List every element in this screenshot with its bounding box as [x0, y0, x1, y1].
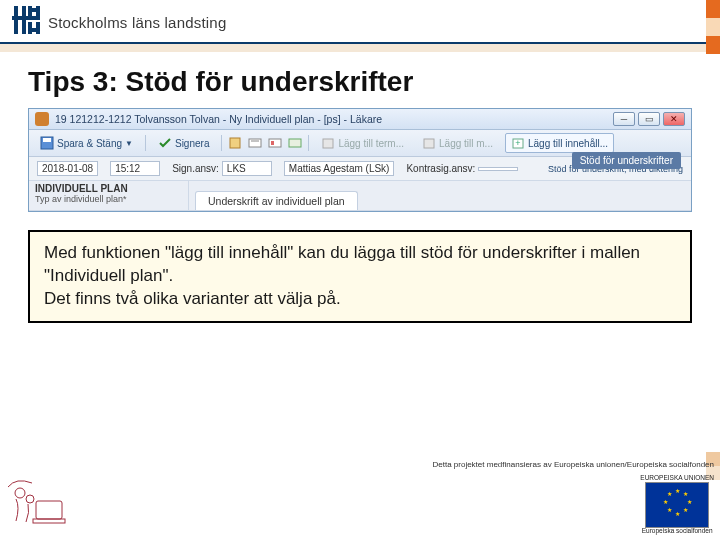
add-m-button[interactable]: Lägg till m...	[416, 133, 499, 153]
sketch-illustration	[6, 479, 76, 534]
app-window: 19 121212-1212 Tolvansson Tolvan - Ny In…	[28, 108, 692, 212]
svg-rect-2	[230, 138, 240, 148]
chevron-down-icon: ▼	[125, 139, 133, 148]
tooltip: Stöd för underskrifter	[572, 152, 681, 169]
instruction-callout: Med funktionen "lägg till innehåll" kan …	[28, 230, 692, 323]
add-term-label: Lägg till term...	[338, 138, 404, 149]
svg-rect-3	[249, 139, 261, 147]
svg-rect-7	[289, 139, 301, 147]
tab-area: Underskrift av individuell plan	[189, 181, 691, 210]
add-content-button[interactable]: + Lägg till innehåll...	[505, 133, 614, 153]
maximize-button[interactable]: ▭	[638, 112, 660, 126]
check-icon	[158, 136, 172, 150]
tool-icon-1[interactable]	[228, 136, 242, 150]
sign-resp-field[interactable]: LKS	[222, 161, 272, 176]
minimize-button[interactable]: ─	[613, 112, 635, 126]
save-close-label: Spara & Stäng	[57, 138, 122, 149]
tool-icon-3[interactable]	[268, 136, 282, 150]
funding-text: Detta projektet medfinansieras av Europe…	[432, 460, 714, 469]
plan-column: INDIVIDUELL PLAN Typ av individuell plan…	[29, 181, 189, 210]
add-m-icon	[422, 136, 436, 150]
slide-title: Tips 3: Stöd för underskrifter	[0, 52, 720, 108]
app-icon	[35, 112, 49, 126]
org-name: Stockholms läns landsting	[48, 14, 226, 31]
counter-label: Kontrasig.ansv:	[406, 163, 475, 174]
decoration-squares-top	[706, 0, 720, 54]
add-term-button[interactable]: Lägg till term...	[315, 133, 410, 153]
save-icon	[40, 136, 54, 150]
svg-point-14	[15, 488, 25, 498]
add-content-label: Lägg till innehåll...	[528, 138, 608, 149]
add-m-label: Lägg till m...	[439, 138, 493, 149]
eu-flag-icon: ★ ★ ★ ★ ★ ★ ★ ★	[645, 482, 709, 528]
name-field[interactable]: Mattias Agestam (LSk)	[284, 161, 395, 176]
callout-line-1: Med funktionen "lägg till innehåll" kan …	[44, 242, 676, 288]
svg-rect-13	[33, 519, 65, 523]
svg-rect-1	[43, 138, 51, 142]
sign-resp-label: Sign.ansv:	[172, 163, 219, 174]
svg-rect-12	[36, 501, 62, 519]
sign-label: Signera	[175, 138, 209, 149]
counter-field[interactable]	[478, 167, 518, 171]
org-header: Stockholms läns landsting	[0, 0, 720, 44]
slide-footer: Detta projektet medfinansieras av Europe…	[0, 460, 720, 534]
eu-caption-bottom: Europeiska socialfonden	[642, 528, 713, 535]
svg-rect-6	[271, 141, 274, 145]
svg-rect-8	[323, 139, 333, 148]
add-content-icon: +	[511, 136, 525, 150]
plan-sub: Typ av individuell plan*	[35, 194, 182, 204]
callout-line-2: Det finns två olika varianter att välja …	[44, 288, 676, 311]
eu-funding-block: Detta projektet medfinansieras av Europe…	[432, 460, 714, 534]
plan-heading: INDIVIDUELL PLAN	[35, 183, 182, 194]
close-button[interactable]: ✕	[663, 112, 685, 126]
window-controls: ─ ▭ ✕	[613, 112, 685, 126]
svg-point-15	[26, 495, 34, 503]
save-close-button[interactable]: Spara & Stäng ▼	[34, 133, 139, 153]
window-title: 19 121212-1212 Tolvansson Tolvan - Ny In…	[55, 113, 613, 125]
org-logo-block: Stockholms läns landsting	[12, 6, 226, 38]
tool-icon-2[interactable]	[248, 136, 262, 150]
window-titlebar: 19 121212-1212 Tolvansson Tolvan - Ny In…	[29, 109, 691, 130]
time-field[interactable]: 15:12	[110, 161, 160, 176]
tool-icon-4[interactable]	[288, 136, 302, 150]
toolbar: Spara & Stäng ▼ Signera Lägg till term..…	[29, 130, 691, 157]
sign-button[interactable]: Signera	[152, 133, 215, 153]
svg-rect-5	[269, 139, 281, 147]
plan-bar: INDIVIDUELL PLAN Typ av individuell plan…	[29, 181, 691, 211]
org-logo-icon	[12, 6, 40, 38]
date-field[interactable]: 2018-01-08	[37, 161, 98, 176]
svg-text:+: +	[515, 138, 520, 148]
header-band	[0, 44, 720, 52]
svg-rect-9	[424, 139, 434, 148]
tab-signature[interactable]: Underskrift av individuell plan	[195, 191, 358, 210]
add-term-icon	[321, 136, 335, 150]
